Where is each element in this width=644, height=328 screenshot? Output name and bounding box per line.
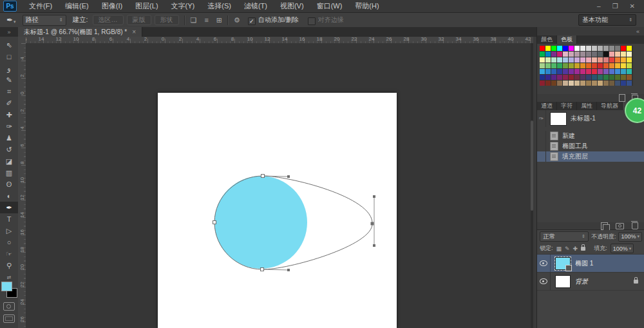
color-swatch[interactable]	[551, 75, 556, 80]
tool-preset-arrow-icon[interactable]: ▾	[14, 19, 16, 24]
panel-tab-字符[interactable]: 字符	[557, 102, 577, 110]
color-swatch[interactable]	[603, 63, 609, 68]
path-arrange-icon[interactable]: ⊞	[216, 16, 222, 24]
new-document-from-state-icon[interactable]	[601, 222, 608, 230]
color-swatch[interactable]	[551, 46, 556, 51]
color-swatch[interactable]	[540, 52, 545, 57]
menu-item-0[interactable]: 文件(F)	[23, 0, 59, 12]
clone-stamp-tool[interactable]: ♟	[0, 132, 18, 144]
path-operations-icon[interactable]: ❏	[191, 16, 197, 24]
color-swatch[interactable]	[540, 63, 545, 68]
color-swatch[interactable]	[569, 81, 574, 86]
color-swatch[interactable]	[598, 63, 603, 68]
path-selection-tool[interactable]: ▷	[0, 225, 18, 236]
color-swatch[interactable]	[551, 52, 556, 57]
color-swatch[interactable]	[569, 75, 574, 80]
color-swatch[interactable]	[598, 69, 603, 74]
color-swatch[interactable]	[545, 46, 551, 51]
color-swatch[interactable]	[621, 81, 626, 86]
color-swatch[interactable]	[592, 46, 597, 51]
color-swatch[interactable]	[574, 75, 580, 80]
color-swatch[interactable]	[569, 52, 574, 57]
color-swatch[interactable]	[557, 52, 562, 57]
new-snapshot-icon[interactable]	[616, 223, 624, 229]
eyedropper-tool[interactable]: ✐	[0, 97, 18, 109]
ellipse-tool[interactable]: ○	[0, 236, 18, 248]
crop-tool[interactable]: ⌗	[0, 86, 18, 97]
zoom-tool[interactable]: ⚲	[0, 260, 18, 271]
tool-mode-select[interactable]: 路径 ⇕	[23, 15, 66, 26]
blend-mode-select[interactable]: 正常 ⇕	[540, 231, 589, 242]
color-swatch[interactable]	[563, 75, 568, 80]
color-swatch[interactable]	[627, 69, 632, 74]
minimize-button[interactable]: –	[597, 0, 601, 12]
color-swatch[interactable]	[603, 75, 609, 80]
color-swatch[interactable]	[563, 57, 568, 63]
color-swatch[interactable]	[574, 69, 580, 74]
quick-mask-button[interactable]	[3, 302, 15, 311]
color-swatch[interactable]	[586, 57, 591, 63]
color-swatch[interactable]	[574, 63, 580, 68]
color-swatch[interactable]	[627, 57, 632, 63]
fill-input[interactable]: 100% ▾	[611, 244, 634, 253]
color-swatch[interactable]	[557, 75, 562, 80]
color-swatch[interactable]	[592, 63, 597, 68]
menu-item-6[interactable]: 滤镜(T)	[238, 0, 274, 12]
color-swatch[interactable]	[540, 57, 545, 63]
menu-item-7[interactable]: 视图(V)	[274, 0, 310, 12]
color-swatch[interactable]	[586, 52, 591, 57]
color-swatch[interactable]	[598, 57, 603, 63]
lock-position-icon[interactable]: ✚	[573, 246, 578, 252]
history-source-well[interactable]	[537, 151, 546, 162]
color-swatch[interactable]	[551, 63, 556, 68]
lock-paint-icon[interactable]: ✎	[565, 246, 570, 252]
color-swatch[interactable]	[574, 81, 580, 86]
color-swatch[interactable]	[609, 75, 614, 80]
color-swatch[interactable]	[615, 81, 620, 86]
color-swatch[interactable]	[603, 46, 609, 51]
color-swatch[interactable]	[609, 63, 614, 68]
color-swatch[interactable]	[540, 81, 545, 86]
menu-item-1[interactable]: 编辑(E)	[59, 0, 95, 12]
color-swatch[interactable]	[586, 46, 591, 51]
color-swatch[interactable]	[545, 75, 551, 80]
color-swatch[interactable]	[598, 75, 603, 80]
color-swatch[interactable]	[627, 81, 632, 86]
marquee-tool[interactable]: □	[0, 51, 18, 63]
color-swatch[interactable]	[586, 69, 591, 74]
color-swatch[interactable]	[627, 75, 632, 80]
color-swatch[interactable]	[621, 75, 626, 80]
color-swatch[interactable]	[592, 52, 597, 57]
color-swatch[interactable]	[540, 75, 545, 80]
color-swatch[interactable]	[621, 57, 626, 63]
color-swatch[interactable]	[545, 63, 551, 68]
gradient-tool[interactable]: ▥	[0, 167, 18, 178]
brush-tool[interactable]: ✑	[0, 121, 18, 132]
color-swatch[interactable]	[580, 46, 585, 51]
dodge-tool[interactable]: ◐	[0, 190, 18, 202]
scrollbar-thumb[interactable]	[531, 121, 533, 211]
color-swatch[interactable]	[563, 81, 568, 86]
color-swatch[interactable]	[615, 75, 620, 80]
color-swatch[interactable]	[551, 69, 556, 74]
menu-item-9[interactable]: 帮助(H)	[348, 0, 385, 12]
swatches-tab-色板[interactable]: 色板	[557, 35, 577, 44]
color-swatch[interactable]	[615, 57, 620, 63]
color-swatch[interactable]	[609, 81, 614, 86]
color-swatch[interactable]	[545, 52, 551, 57]
color-swatch[interactable]	[557, 81, 562, 86]
color-swatch[interactable]	[574, 52, 580, 57]
visibility-toggle[interactable]	[537, 273, 551, 290]
foreground-color-swatch[interactable]	[1, 282, 12, 291]
lock-all-icon[interactable]	[581, 247, 585, 251]
color-swatch[interactable]	[574, 57, 580, 63]
restore-button[interactable]: ❐	[612, 0, 618, 12]
color-swatch[interactable]	[603, 69, 609, 74]
history-item[interactable]: 新建	[537, 131, 644, 141]
color-swatch[interactable]	[627, 52, 632, 57]
visibility-toggle[interactable]	[537, 255, 551, 272]
color-swatch[interactable]	[557, 46, 562, 51]
new-swatch-icon[interactable]	[619, 94, 625, 102]
color-swatch[interactable]	[580, 63, 585, 68]
panel-tab-属性[interactable]: 属性	[577, 102, 597, 110]
